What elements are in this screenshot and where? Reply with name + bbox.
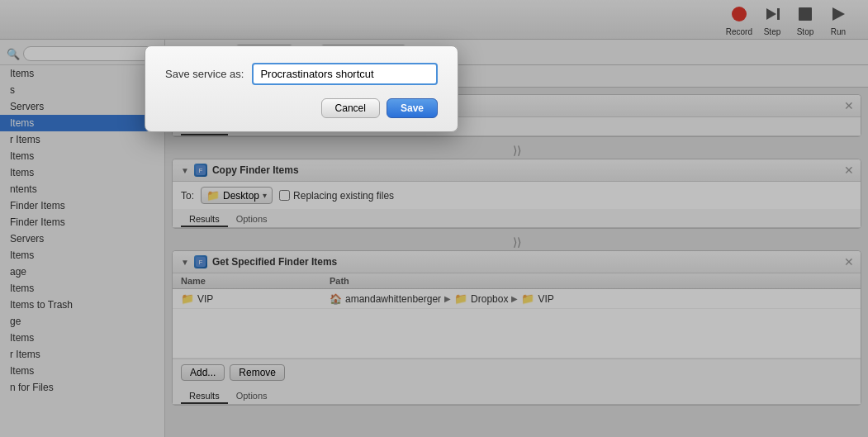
cancel-button[interactable]: Cancel xyxy=(321,98,380,118)
modal-buttons: Cancel Save xyxy=(165,98,438,118)
save-dialog: Save service as: Cancel Save xyxy=(145,45,458,132)
modal-label: Save service as: xyxy=(165,68,244,80)
modal-overlay: Save service as: Cancel Save xyxy=(0,0,868,437)
save-button[interactable]: Save xyxy=(387,98,438,118)
modal-input-row: Save service as: xyxy=(165,63,438,85)
service-name-input[interactable] xyxy=(252,63,438,85)
